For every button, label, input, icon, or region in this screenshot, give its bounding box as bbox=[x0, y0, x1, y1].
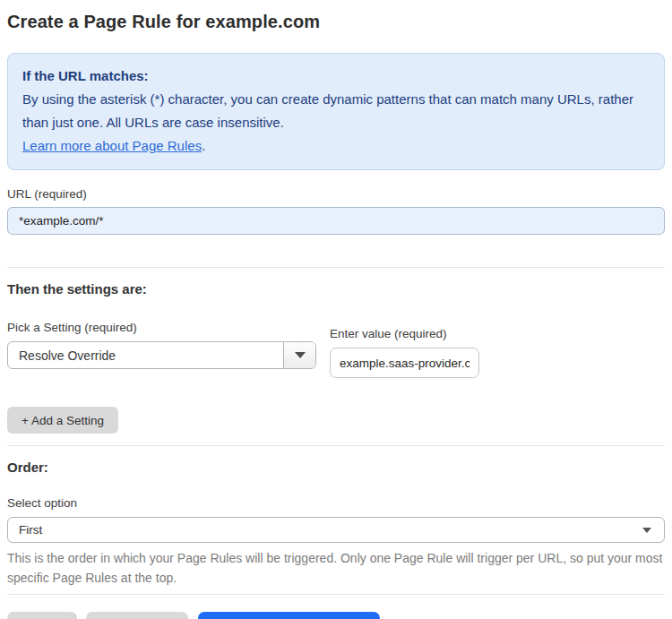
url-matches-info-box: If the URL matches: By using the asteris… bbox=[7, 53, 665, 170]
divider bbox=[7, 445, 665, 446]
url-input[interactable] bbox=[7, 207, 665, 235]
save-as-draft-button[interactable]: Save as Draft bbox=[86, 612, 188, 619]
settings-section-heading: Then the settings are: bbox=[7, 281, 665, 297]
save-and-deploy-button[interactable]: Save and Deploy Page Rule bbox=[198, 612, 381, 619]
info-box-heading: If the URL matches: bbox=[22, 64, 650, 88]
create-page-rule-form: Create a Page Rule for example.com If th… bbox=[0, 0, 672, 619]
link-period: . bbox=[202, 138, 205, 153]
chevron-down-icon bbox=[642, 528, 651, 533]
setting-picker-selected-value: Resolve Override bbox=[8, 342, 283, 368]
url-field-label: URL (required) bbox=[7, 187, 665, 201]
footer-button-row: Cancel Save as Draft Save and Deploy Pag… bbox=[7, 612, 665, 619]
order-select-label: Select option bbox=[7, 496, 665, 510]
info-box-body: By using the asterisk (*) character, you… bbox=[22, 88, 650, 134]
add-setting-button[interactable]: + Add a Setting bbox=[7, 407, 118, 434]
order-select[interactable]: First bbox=[7, 517, 665, 543]
cancel-button[interactable]: Cancel bbox=[7, 612, 77, 619]
divider bbox=[7, 594, 665, 595]
chevron-down-icon bbox=[295, 352, 306, 358]
setting-picker-label: Pick a Setting (required) bbox=[7, 321, 316, 334]
setting-picker-dropdown[interactable]: Resolve Override bbox=[7, 341, 316, 369]
page-title: Create a Page Rule for example.com bbox=[7, 12, 665, 32]
divider bbox=[7, 267, 665, 268]
setting-picker-arrow-button[interactable] bbox=[283, 342, 315, 368]
setting-picker-column: Pick a Setting (required) Resolve Overri… bbox=[7, 321, 316, 369]
order-section-heading: Order: bbox=[7, 460, 665, 475]
value-field-label: Enter value (required) bbox=[330, 327, 479, 340]
settings-row: Pick a Setting (required) Resolve Overri… bbox=[7, 321, 665, 378]
learn-more-link[interactable]: Learn more about Page Rules bbox=[22, 138, 202, 153]
setting-value-input[interactable] bbox=[330, 348, 479, 378]
setting-value-column: Enter value (required) bbox=[330, 321, 479, 378]
info-box-link-line: Learn more about Page Rules. bbox=[22, 134, 650, 158]
order-selected-value: First bbox=[19, 523, 42, 537]
order-help-text: This is the order in which your Page Rul… bbox=[7, 548, 665, 588]
